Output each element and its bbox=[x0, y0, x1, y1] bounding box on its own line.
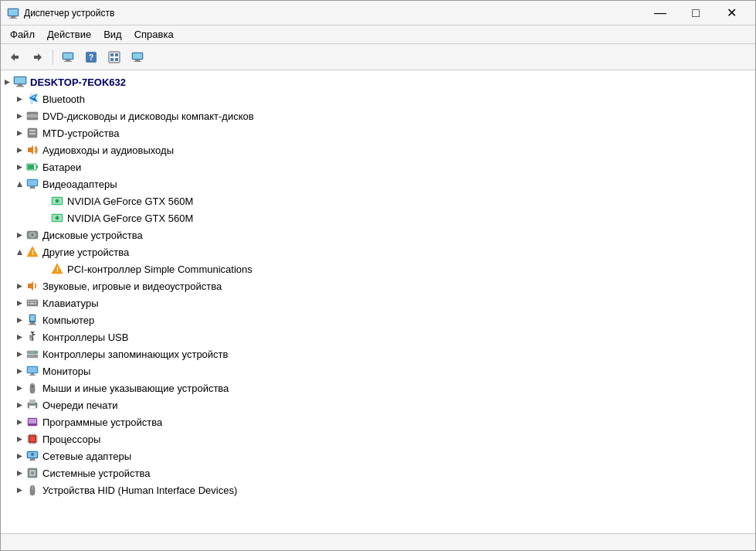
list-item[interactable]: Звуковые, игровые и видеоустройства bbox=[1, 277, 755, 294]
item-label: Видеоадаптеры bbox=[42, 179, 117, 190]
svg-marker-38 bbox=[17, 148, 22, 153]
toolbar: ? bbox=[1, 44, 755, 70]
list-item[interactable]: Программные устройства bbox=[1, 413, 755, 430]
item-label: Компьютер bbox=[42, 315, 94, 326]
expand-icon[interactable] bbox=[13, 127, 25, 139]
root-label: DESKTOP-7EOK632 bbox=[30, 77, 126, 88]
help-button[interactable]: ? bbox=[80, 47, 102, 67]
expand-icon[interactable] bbox=[13, 314, 25, 326]
svg-rect-13 bbox=[110, 53, 114, 56]
expand-icon[interactable] bbox=[13, 229, 25, 241]
tree-root[interactable]: DESKTOP-7EOK632 bbox=[1, 73, 755, 90]
expand-icon[interactable] bbox=[13, 331, 25, 343]
item-label: Мониторы bbox=[42, 366, 90, 377]
list-item[interactable]: Батареи bbox=[1, 158, 755, 175]
maximize-button[interactable]: □ bbox=[678, 1, 714, 26]
expand-icon[interactable] bbox=[13, 93, 25, 105]
pc-icon bbox=[25, 313, 39, 327]
bluetooth-icon: ⮘ bbox=[25, 92, 39, 106]
display2-button[interactable] bbox=[127, 47, 148, 67]
list-item[interactable]: Видеоадаптеры bbox=[1, 175, 755, 192]
list-item[interactable]: Контроллеры USB bbox=[1, 328, 755, 345]
expand-icon[interactable] bbox=[13, 161, 25, 173]
expand-icon[interactable] bbox=[13, 382, 25, 394]
svg-rect-43 bbox=[28, 165, 34, 169]
device-tree[interactable]: DESKTOP-7EOK632 ⮘ Bluetooth bbox=[1, 70, 755, 533]
svg-rect-76 bbox=[35, 303, 36, 304]
svg-rect-106 bbox=[29, 406, 36, 409]
svg-marker-39 bbox=[28, 145, 33, 155]
list-item[interactable]: Аудиовходы и аудиовыходы bbox=[1, 141, 755, 158]
sound-icon bbox=[25, 279, 39, 293]
expand-icon[interactable] bbox=[13, 450, 25, 462]
mtd-icon bbox=[25, 126, 39, 140]
monitor-icon bbox=[25, 364, 39, 378]
list-item[interactable]: DVD-дисководы и дисководы компакт-дисков bbox=[1, 107, 755, 124]
svg-rect-20 bbox=[134, 61, 141, 62]
list-item[interactable]: Очереди печати bbox=[1, 396, 755, 413]
list-item[interactable]: Компьютер bbox=[1, 311, 755, 328]
svg-rect-23 bbox=[15, 77, 25, 83]
menu-help[interactable]: Справка bbox=[128, 27, 180, 42]
list-item[interactable]: Процессоры bbox=[1, 430, 755, 447]
list-item[interactable]: NVIDIA GeForce GTX 560M bbox=[1, 192, 755, 209]
svg-marker-29 bbox=[17, 114, 22, 119]
menu-file[interactable]: Файл bbox=[4, 27, 41, 42]
expand-icon[interactable] bbox=[13, 416, 25, 428]
list-item[interactable]: Контроллеры запоминающих устройств bbox=[1, 345, 755, 362]
expand-icon[interactable] bbox=[13, 365, 25, 377]
svg-marker-84 bbox=[30, 332, 35, 334]
svg-rect-74 bbox=[28, 303, 29, 304]
list-item[interactable]: ! PCI-контроллер Simple Communications bbox=[1, 260, 755, 277]
svg-rect-25 bbox=[16, 86, 24, 87]
back-button[interactable] bbox=[4, 47, 25, 67]
svg-point-107 bbox=[35, 403, 36, 405]
window-controls: — □ ✕ bbox=[642, 1, 749, 26]
item-label: Программные устройства bbox=[42, 417, 162, 428]
hid-icon bbox=[25, 483, 39, 497]
list-item[interactable]: ⮘ Bluetooth bbox=[1, 90, 755, 107]
item-label: NVIDIA GeForce GTX 560M bbox=[67, 196, 193, 207]
svg-marker-77 bbox=[17, 318, 22, 323]
list-item[interactable]: Мыши и иные указывающие устройства bbox=[1, 379, 755, 396]
expand-icon bbox=[38, 195, 50, 207]
close-button[interactable]: ✕ bbox=[714, 1, 749, 26]
list-item[interactable]: NVIDIA GeForce GTX 560M bbox=[1, 209, 755, 226]
expand-icon[interactable] bbox=[13, 399, 25, 411]
menu-view[interactable]: Вид bbox=[97, 27, 128, 42]
expand-icon[interactable] bbox=[13, 484, 25, 496]
svg-rect-79 bbox=[30, 315, 35, 321]
minimize-button[interactable]: — bbox=[642, 1, 678, 26]
list-item[interactable]: Мониторы bbox=[1, 362, 755, 379]
svg-text:!: ! bbox=[56, 266, 59, 274]
expand-icon[interactable] bbox=[13, 297, 25, 309]
svg-rect-1 bbox=[11, 16, 15, 18]
expand-icon[interactable] bbox=[13, 178, 25, 190]
list-item[interactable]: Дисковые устройства bbox=[1, 226, 755, 243]
list-item[interactable]: Системные устройства bbox=[1, 464, 755, 481]
properties-button[interactable] bbox=[103, 47, 125, 67]
svg-rect-80 bbox=[30, 322, 35, 324]
root-expand-icon[interactable] bbox=[1, 76, 13, 88]
expand-icon[interactable] bbox=[13, 144, 25, 156]
item-label: Устройства HID (Human Interface Devices) bbox=[42, 485, 237, 496]
expand-icon[interactable] bbox=[13, 433, 25, 445]
expand-icon[interactable] bbox=[13, 467, 25, 479]
forward-button[interactable] bbox=[27, 47, 49, 67]
expand-icon[interactable] bbox=[13, 246, 25, 258]
svg-rect-16 bbox=[115, 58, 118, 61]
item-label: Клавиатуры bbox=[42, 298, 99, 309]
display-icon bbox=[25, 177, 39, 191]
list-item[interactable]: MTD-устройства bbox=[1, 124, 755, 141]
mouse-icon bbox=[25, 381, 39, 395]
expand-icon[interactable] bbox=[13, 280, 25, 292]
list-item[interactable]: ! Другие устройства bbox=[1, 243, 755, 260]
list-item[interactable]: Клавиатуры bbox=[1, 294, 755, 311]
list-item[interactable]: Сетевые адаптеры bbox=[1, 447, 755, 464]
device-manager-window: Диспетчер устройств — □ ✕ Файл Действие … bbox=[0, 0, 756, 551]
expand-icon[interactable] bbox=[13, 110, 25, 122]
expand-icon[interactable] bbox=[13, 348, 25, 360]
list-item[interactable]: Устройства HID (Human Interface Devices) bbox=[1, 481, 755, 498]
menu-action[interactable]: Действие bbox=[41, 27, 97, 42]
computer-button[interactable] bbox=[57, 47, 79, 67]
